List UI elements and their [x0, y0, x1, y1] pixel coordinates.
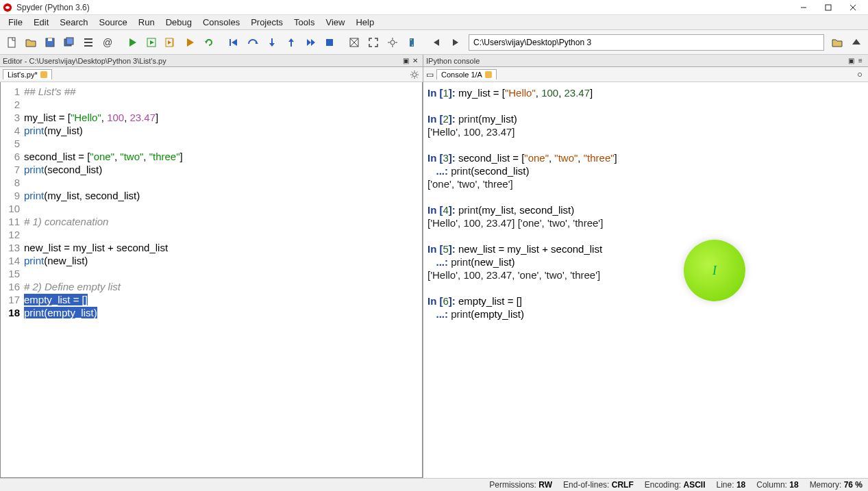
code-line[interactable]: print(my_list) [24, 124, 419, 137]
new-file-icon[interactable] [3, 34, 21, 51]
code-line[interactable]: # 2) Define empty list [24, 280, 419, 293]
menu-tools[interactable]: Tools [288, 16, 320, 29]
code-line[interactable] [24, 202, 419, 215]
code-line[interactable]: print(second_list) [24, 163, 419, 176]
console-pane-title: IPython console ▣ ≡ [423, 55, 868, 67]
menu-source[interactable]: Source [94, 16, 133, 29]
svg-line-48 [412, 71, 413, 73]
menu-edit[interactable]: Edit [28, 16, 54, 29]
svg-rect-5 [8, 38, 15, 47]
debug-step-over-icon[interactable] [244, 34, 262, 51]
code-line[interactable]: ## List's ## [24, 85, 419, 98]
status-mem-val: 76 % [844, 480, 863, 490]
status-mem-key: Memory: [810, 480, 842, 490]
minimize-button[interactable] [791, 1, 816, 14]
status-line-key: Line: [717, 480, 734, 490]
console-tab-close-icon[interactable] [485, 71, 492, 78]
line-gutter: 123456789101112131415161718 [1, 82, 23, 477]
console-tab-browse-icon[interactable]: ▭ [426, 70, 434, 79]
maximize-icon[interactable] [345, 34, 363, 51]
code-line[interactable]: my_list = ["Hello", 100, 23.47] [24, 111, 419, 124]
code-line[interactable]: second_list = ["one", "two", "three"] [24, 150, 419, 163]
run-icon[interactable] [123, 34, 141, 51]
at-icon[interactable]: @ [99, 34, 116, 51]
editor-pane-title: Editor - C:\Users\vijay\Desktop\Python 3… [0, 55, 423, 67]
save-icon[interactable] [41, 34, 59, 51]
console-pane-menu-icon[interactable]: ≡ [856, 56, 865, 66]
run-selection-icon[interactable] [181, 34, 199, 51]
svg-point-33 [390, 40, 395, 45]
code-line[interactable] [24, 228, 419, 241]
menu-debug[interactable]: Debug [160, 16, 197, 29]
maximize-button[interactable] [816, 1, 841, 14]
fullscreen-icon[interactable] [364, 34, 382, 51]
menu-file[interactable]: File [3, 16, 28, 29]
menu-search[interactable]: Search [54, 16, 93, 29]
console-tab-row: ▭ Console 1/A [423, 67, 868, 82]
close-button[interactable] [841, 1, 865, 14]
spyder-icon [3, 3, 12, 12]
nav-fwd-icon[interactable] [447, 34, 464, 51]
redo-run-icon[interactable] [200, 34, 218, 51]
python-path-icon[interactable] [403, 34, 421, 51]
status-enc-key: Encoding: [645, 480, 681, 490]
console-tab[interactable]: Console 1/A [436, 69, 497, 79]
open-file-icon[interactable] [22, 34, 40, 51]
menu-help[interactable]: Help [350, 16, 380, 29]
svg-marker-29 [307, 39, 311, 46]
svg-point-43 [412, 73, 416, 76]
code-line[interactable]: print(new_list) [24, 254, 419, 267]
status-eol-key: End-of-lines: [563, 480, 609, 490]
status-eol-val: CRLF [612, 480, 634, 490]
debug-step-in-icon[interactable] [263, 34, 281, 51]
save-all-icon[interactable] [60, 34, 78, 51]
working-dir-input[interactable] [469, 34, 824, 51]
svg-marker-14 [129, 38, 136, 47]
editor-pane-title-text: Editor - C:\Users\vijay\Desktop\Python 3… [3, 57, 166, 65]
debug-continue-icon[interactable] [301, 34, 319, 51]
svg-marker-28 [288, 38, 294, 42]
status-col-val: 18 [789, 480, 798, 490]
debug-step-out-icon[interactable] [282, 34, 300, 51]
code-line[interactable]: empty_list = [] [24, 293, 419, 306]
svg-marker-16 [150, 40, 154, 45]
console-body[interactable]: In [1]: my_list = ["Hello", 100, 23.47] … [423, 82, 868, 478]
svg-marker-23 [232, 39, 237, 46]
editor-pane-opts-icon[interactable]: ▣ [401, 56, 410, 66]
outline-icon[interactable] [79, 34, 97, 51]
status-permissions-key: Permissions: [489, 480, 536, 490]
parent-dir-icon[interactable] [847, 34, 865, 51]
console-pane-title-text: IPython console [426, 57, 480, 65]
svg-rect-7 [48, 38, 52, 41]
code-line[interactable] [24, 267, 419, 280]
code-line[interactable] [24, 98, 419, 111]
svg-marker-21 [205, 41, 208, 44]
code-line[interactable]: print(empty_list) [24, 306, 419, 319]
svg-line-50 [417, 71, 418, 73]
code-line[interactable]: print(my_list, second_list) [24, 189, 419, 202]
folder-browse-icon[interactable] [828, 34, 846, 51]
editor-tab-options-icon[interactable] [409, 69, 420, 80]
preferences-icon[interactable] [384, 34, 401, 51]
menu-view[interactable]: View [320, 16, 350, 29]
console-pane-opts-icon[interactable]: ▣ [846, 56, 856, 66]
status-line-val: 18 [736, 480, 745, 490]
editor-tab[interactable]: List's.py* [3, 69, 52, 79]
run-cell-icon[interactable] [142, 34, 160, 51]
code-line[interactable]: new_list = my_list + second_list [24, 241, 419, 254]
editor-body[interactable]: 123456789101112131415161718 ## List's ##… [0, 82, 423, 478]
nav-back-icon[interactable] [427, 34, 445, 51]
menu-projects[interactable]: Projects [245, 16, 288, 29]
debug-first-icon[interactable] [225, 34, 243, 51]
code-line[interactable]: # 1) concatenation [24, 215, 419, 228]
svg-line-51 [412, 76, 413, 77]
code-line[interactable] [24, 176, 419, 189]
debug-stop-icon[interactable] [321, 34, 338, 51]
code-line[interactable] [24, 137, 419, 150]
console-options-icon[interactable] [854, 69, 865, 80]
run-cell-advance-icon[interactable] [162, 34, 179, 51]
code-area[interactable]: ## List's ##my_list = ["Hello", 100, 23.… [23, 82, 422, 477]
editor-pane-close-icon[interactable]: ✕ [410, 56, 420, 66]
menu-run[interactable]: Run [133, 16, 160, 29]
menu-consoles[interactable]: Consoles [197, 16, 245, 29]
